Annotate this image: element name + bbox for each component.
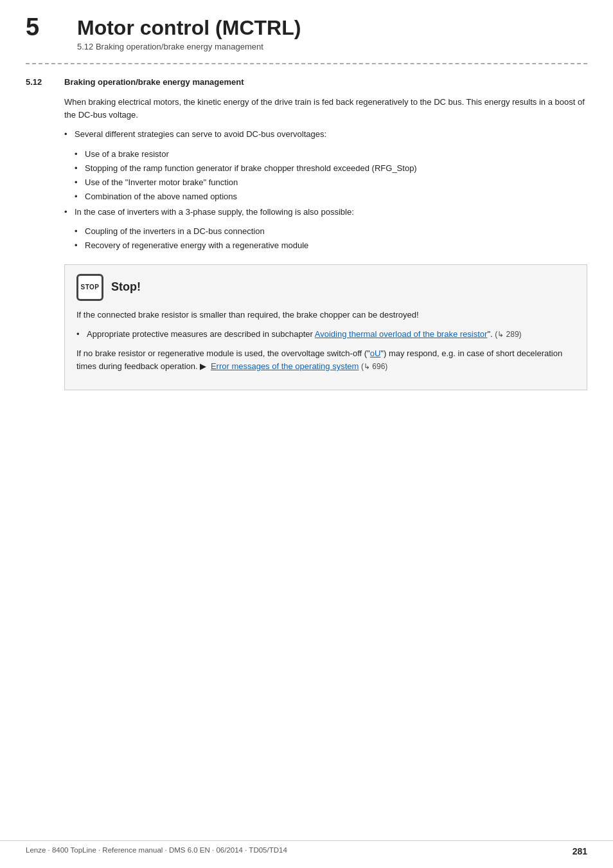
- page-footer: Lenze · 8400 TopLine · Reference manual …: [0, 840, 613, 856]
- intro-paragraph: When braking electrical motors, the kine…: [64, 96, 587, 122]
- para2-ref: (↳ 696): [361, 362, 387, 371]
- sub-bullet-regenerative: Recovery of regenerative energy with a r…: [75, 239, 587, 252]
- sub-bullet-ramp-stop: Stopping of the ramp function generator …: [75, 162, 587, 175]
- section-number: 5.12: [26, 77, 64, 87]
- avoiding-thermal-link[interactable]: Avoiding thermal overload of the brake r…: [315, 329, 488, 339]
- stop-bullet-list: Appropriate protective measures are desc…: [76, 328, 575, 341]
- para2-prefix: If no brake resistor or regenerative mod…: [76, 348, 370, 358]
- sub-bullet-combination: Combination of the above named options: [75, 190, 587, 203]
- main-content: 5.12 Braking operation/brake energy mana…: [0, 77, 613, 416]
- chapter-subtitle: 5.12 Braking operation/brake energy mana…: [77, 42, 301, 51]
- bullet-item-strategies: Several different strategies can serve t…: [64, 128, 587, 141]
- chapter-number: 5: [26, 14, 77, 41]
- section-divider: [26, 63, 587, 64]
- chapter-title-block: Motor control (MCTRL) 5.12 Braking opera…: [77, 14, 301, 51]
- sub-bullet-group-1: Use of a brake resistor Stopping of the …: [75, 148, 587, 204]
- sub-bullet-group-2: Coupling of the inverters in a DC-bus co…: [75, 225, 587, 252]
- arrow-icon: ▶: [200, 360, 206, 373]
- page-header: 5 Motor control (MCTRL) 5.12 Braking ope…: [0, 0, 613, 51]
- stop-bullet-prefix: Appropriate protective measures are desc…: [87, 329, 315, 339]
- sub-bullet-brake-resistor: Use of a brake resistor: [75, 148, 587, 161]
- sub-bullet-inverter-brake: Use of the "Inverter motor brake" functi…: [75, 176, 587, 189]
- stop-header: STOP Stop!: [76, 274, 575, 301]
- stop-bullet-ref: (↳ 289): [495, 330, 521, 339]
- stop-box: STOP Stop! If the connected brake resist…: [64, 264, 587, 391]
- stop-bullet-protective: Appropriate protective measures are desc…: [76, 328, 575, 341]
- bullet-group-2: In the case of inverters with a 3-phase …: [64, 206, 587, 219]
- sub-bullet-dc-bus: Coupling of the inverters in a DC-bus co…: [75, 225, 587, 238]
- page-container: 5 Motor control (MCTRL) 5.12 Braking ope…: [0, 0, 613, 868]
- footer-left: Lenze · 8400 TopLine · Reference manual …: [26, 846, 287, 856]
- stop-paragraph-1: If the connected brake resistor is small…: [76, 309, 575, 321]
- page-number: 281: [573, 846, 587, 856]
- stop-paragraph-2: If no brake resistor or regenerative mod…: [76, 347, 575, 373]
- section-title: Braking operation/brake energy managemen…: [64, 77, 244, 87]
- stop-bullet-suffix: ".: [487, 329, 492, 339]
- ou-link[interactable]: oU: [370, 348, 381, 358]
- chapter-title: Motor control (MCTRL): [77, 17, 301, 39]
- stop-icon: STOP: [76, 274, 103, 301]
- bullet-item-3phase: In the case of inverters with a 3-phase …: [64, 206, 587, 219]
- section-heading: 5.12 Braking operation/brake energy mana…: [26, 77, 587, 87]
- stop-icon-text: STOP: [80, 284, 99, 291]
- error-messages-link[interactable]: Error messages of the operating system: [211, 361, 359, 371]
- bullet-group-1: Several different strategies can serve t…: [64, 128, 587, 141]
- stop-title: Stop!: [111, 280, 141, 294]
